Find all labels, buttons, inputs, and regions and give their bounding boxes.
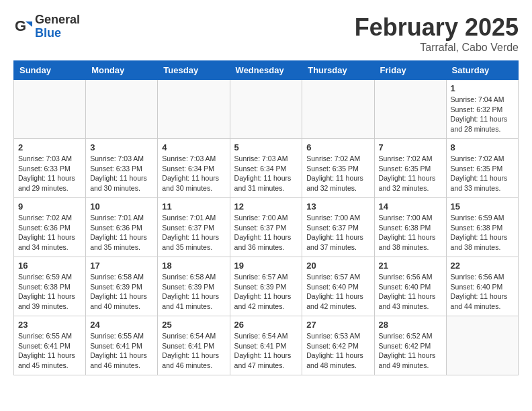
logo-text: General Blue xyxy=(35,13,80,40)
day-number: 6 xyxy=(306,142,369,152)
day-info: Sunrise: 6:56 AM Sunset: 6:40 PM Dayligh… xyxy=(451,272,514,312)
day-number: 20 xyxy=(306,261,369,271)
calendar-cell: 8Sunrise: 7:02 AM Sunset: 6:35 PM Daylig… xyxy=(446,139,518,198)
calendar-header-wednesday: Wednesday xyxy=(230,61,302,80)
logo-blue-label: Blue xyxy=(35,27,80,40)
day-number: 17 xyxy=(90,261,153,271)
day-number: 7 xyxy=(379,142,442,152)
calendar-cell: 16Sunrise: 6:59 AM Sunset: 6:38 PM Dayli… xyxy=(14,257,86,316)
calendar-cell: 22Sunrise: 6:56 AM Sunset: 6:40 PM Dayli… xyxy=(446,257,518,316)
svg-marker-1 xyxy=(26,21,32,27)
calendar-cell: 15Sunrise: 6:59 AM Sunset: 6:38 PM Dayli… xyxy=(446,198,518,257)
month-title: February 2025 xyxy=(355,13,519,42)
day-number: 21 xyxy=(379,261,442,271)
calendar-cell: 3Sunrise: 7:03 AM Sunset: 6:33 PM Daylig… xyxy=(86,139,158,198)
calendar-cell: 19Sunrise: 6:57 AM Sunset: 6:39 PM Dayli… xyxy=(230,257,302,316)
calendar-header-thursday: Thursday xyxy=(302,61,374,80)
day-info: Sunrise: 7:03 AM Sunset: 6:33 PM Dayligh… xyxy=(90,154,153,193)
day-number: 27 xyxy=(306,320,369,330)
day-number: 26 xyxy=(234,320,298,330)
calendar-cell: 20Sunrise: 6:57 AM Sunset: 6:40 PM Dayli… xyxy=(302,257,374,316)
day-info: Sunrise: 6:57 AM Sunset: 6:39 PM Dayligh… xyxy=(234,272,298,312)
day-info: Sunrise: 6:58 AM Sunset: 6:39 PM Dayligh… xyxy=(162,272,225,312)
svg-text:G: G xyxy=(15,17,26,34)
day-info: Sunrise: 6:53 AM Sunset: 6:42 PM Dayligh… xyxy=(306,331,369,371)
calendar-cell: 27Sunrise: 6:53 AM Sunset: 6:42 PM Dayli… xyxy=(302,316,374,375)
day-info: Sunrise: 6:54 AM Sunset: 6:41 PM Dayligh… xyxy=(162,331,225,371)
calendar-header-tuesday: Tuesday xyxy=(158,61,230,80)
calendar-cell: 12Sunrise: 7:00 AM Sunset: 6:37 PM Dayli… xyxy=(230,198,302,257)
calendar-cell xyxy=(14,80,86,139)
calendar-cell: 5Sunrise: 7:03 AM Sunset: 6:34 PM Daylig… xyxy=(230,139,302,198)
week-row-1: 1Sunrise: 7:04 AM Sunset: 6:32 PM Daylig… xyxy=(14,80,519,139)
calendar-cell xyxy=(374,80,446,139)
calendar-cell: 10Sunrise: 7:01 AM Sunset: 6:36 PM Dayli… xyxy=(86,198,158,257)
day-info: Sunrise: 7:00 AM Sunset: 6:38 PM Dayligh… xyxy=(379,213,442,253)
day-number: 15 xyxy=(451,201,514,212)
day-info: Sunrise: 7:03 AM Sunset: 6:34 PM Dayligh… xyxy=(234,154,298,193)
calendar-cell xyxy=(158,80,230,139)
logo-general-label: General xyxy=(35,13,80,27)
day-info: Sunrise: 7:02 AM Sunset: 6:35 PM Dayligh… xyxy=(451,154,514,193)
calendar-cell: 6Sunrise: 7:02 AM Sunset: 6:35 PM Daylig… xyxy=(302,139,374,198)
page-header: G General Blue February 2025 Tarrafal, C… xyxy=(13,13,519,54)
day-number: 8 xyxy=(451,142,514,152)
calendar-cell: 2Sunrise: 7:03 AM Sunset: 6:33 PM Daylig… xyxy=(14,139,86,198)
day-number: 19 xyxy=(234,261,298,271)
day-info: Sunrise: 6:55 AM Sunset: 6:41 PM Dayligh… xyxy=(90,331,153,371)
day-number: 5 xyxy=(234,142,298,152)
day-info: Sunrise: 7:02 AM Sunset: 6:35 PM Dayligh… xyxy=(306,154,369,193)
week-row-3: 9Sunrise: 7:02 AM Sunset: 6:36 PM Daylig… xyxy=(14,198,519,257)
day-info: Sunrise: 7:02 AM Sunset: 6:36 PM Dayligh… xyxy=(18,213,81,253)
calendar-cell: 23Sunrise: 6:55 AM Sunset: 6:41 PM Dayli… xyxy=(14,316,86,375)
day-info: Sunrise: 6:59 AM Sunset: 6:38 PM Dayligh… xyxy=(18,272,81,312)
day-info: Sunrise: 6:52 AM Sunset: 6:42 PM Dayligh… xyxy=(379,331,442,371)
day-info: Sunrise: 7:00 AM Sunset: 6:37 PM Dayligh… xyxy=(306,213,369,253)
day-number: 23 xyxy=(18,320,81,330)
day-number: 2 xyxy=(18,142,81,152)
calendar-header-friday: Friday xyxy=(374,61,446,80)
day-number: 24 xyxy=(90,320,153,330)
day-info: Sunrise: 6:56 AM Sunset: 6:40 PM Dayligh… xyxy=(379,272,442,312)
day-number: 3 xyxy=(90,142,153,152)
day-info: Sunrise: 7:02 AM Sunset: 6:35 PM Dayligh… xyxy=(379,154,442,193)
day-number: 22 xyxy=(451,261,514,271)
day-number: 28 xyxy=(379,320,442,330)
calendar-cell: 9Sunrise: 7:02 AM Sunset: 6:36 PM Daylig… xyxy=(14,198,86,257)
calendar-cell: 24Sunrise: 6:55 AM Sunset: 6:41 PM Dayli… xyxy=(86,316,158,375)
day-number: 16 xyxy=(18,261,81,271)
day-info: Sunrise: 6:54 AM Sunset: 6:41 PM Dayligh… xyxy=(234,331,298,371)
calendar-header-saturday: Saturday xyxy=(446,61,518,80)
calendar-cell xyxy=(302,80,374,139)
calendar-cell: 26Sunrise: 6:54 AM Sunset: 6:41 PM Dayli… xyxy=(230,316,302,375)
title-block: February 2025 Tarrafal, Cabo Verde xyxy=(355,13,519,54)
calendar-cell: 14Sunrise: 7:00 AM Sunset: 6:38 PM Dayli… xyxy=(374,198,446,257)
calendar-cell xyxy=(230,80,302,139)
logo: G General Blue xyxy=(13,13,80,40)
calendar-cell: 4Sunrise: 7:03 AM Sunset: 6:34 PM Daylig… xyxy=(158,139,230,198)
calendar-cell xyxy=(446,316,518,375)
calendar-cell xyxy=(86,80,158,139)
calendar: SundayMondayTuesdayWednesdayThursdayFrid… xyxy=(13,60,519,375)
day-info: Sunrise: 7:01 AM Sunset: 6:36 PM Dayligh… xyxy=(90,213,153,253)
day-number: 1 xyxy=(451,83,514,93)
day-info: Sunrise: 7:01 AM Sunset: 6:37 PM Dayligh… xyxy=(162,213,225,253)
logo-icon: G xyxy=(13,17,32,36)
day-number: 14 xyxy=(379,201,442,212)
calendar-cell: 13Sunrise: 7:00 AM Sunset: 6:37 PM Dayli… xyxy=(302,198,374,257)
calendar-cell: 18Sunrise: 6:58 AM Sunset: 6:39 PM Dayli… xyxy=(158,257,230,316)
day-info: Sunrise: 7:04 AM Sunset: 6:32 PM Dayligh… xyxy=(451,95,514,134)
day-info: Sunrise: 6:59 AM Sunset: 6:38 PM Dayligh… xyxy=(451,213,514,253)
calendar-cell: 7Sunrise: 7:02 AM Sunset: 6:35 PM Daylig… xyxy=(374,139,446,198)
day-number: 13 xyxy=(306,201,369,212)
calendar-cell: 1Sunrise: 7:04 AM Sunset: 6:32 PM Daylig… xyxy=(446,80,518,139)
calendar-cell: 21Sunrise: 6:56 AM Sunset: 6:40 PM Dayli… xyxy=(374,257,446,316)
day-number: 10 xyxy=(90,201,153,212)
day-info: Sunrise: 6:57 AM Sunset: 6:40 PM Dayligh… xyxy=(306,272,369,312)
week-row-5: 23Sunrise: 6:55 AM Sunset: 6:41 PM Dayli… xyxy=(14,316,519,375)
day-number: 18 xyxy=(162,261,225,271)
calendar-cell: 25Sunrise: 6:54 AM Sunset: 6:41 PM Dayli… xyxy=(158,316,230,375)
day-number: 25 xyxy=(162,320,225,330)
calendar-cell: 17Sunrise: 6:58 AM Sunset: 6:39 PM Dayli… xyxy=(86,257,158,316)
day-number: 11 xyxy=(162,201,225,212)
